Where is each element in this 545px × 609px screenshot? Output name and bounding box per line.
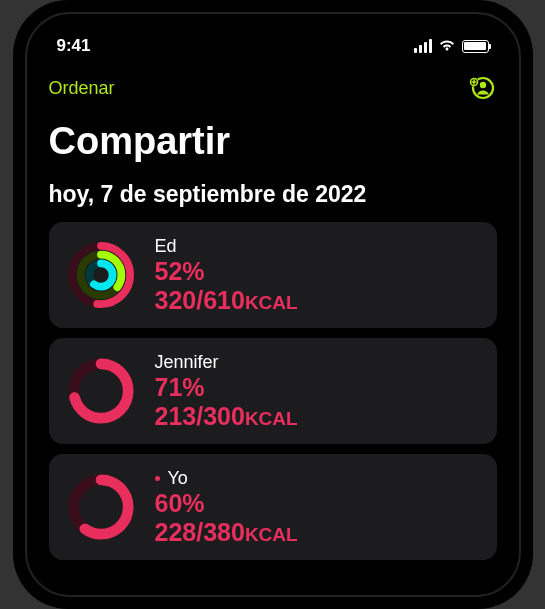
activity-name: Jennifer <box>155 352 219 373</box>
activity-name: Ed <box>155 236 177 257</box>
activity-percent: 52% <box>155 258 298 286</box>
phone-frame: 9:41 Ordenar <box>13 0 533 609</box>
activity-ring-icon <box>67 357 135 425</box>
phone-screen: 9:41 Ordenar <box>25 12 521 597</box>
cellular-signal-icon <box>414 39 432 53</box>
activity-calories: 320/610KCAL <box>155 287 298 315</box>
activity-calories: 213/300KCAL <box>155 403 298 431</box>
nav-bar: Ordenar <box>27 64 519 112</box>
activity-card[interactable]: Yo 60% 228/380KCAL <box>49 454 497 560</box>
activity-card[interactable]: Jennifer 71% 213/300KCAL <box>49 338 497 444</box>
activity-percent: 60% <box>155 490 298 518</box>
notch <box>188 14 358 46</box>
activity-info: Jennifer 71% 213/300KCAL <box>155 352 298 430</box>
add-person-icon <box>467 74 495 102</box>
activity-ring-icon <box>67 473 135 541</box>
activity-name: Yo <box>168 468 188 489</box>
me-indicator-dot <box>155 476 160 481</box>
battery-icon <box>462 40 489 53</box>
sort-button[interactable]: Ordenar <box>49 78 115 99</box>
activity-info: Yo 60% 228/380KCAL <box>155 468 298 546</box>
activity-info: Ed 52% 320/610KCAL <box>155 236 298 314</box>
activity-card[interactable]: Ed 52% 320/610KCAL <box>49 222 497 328</box>
activity-calories: 228/380KCAL <box>155 519 298 547</box>
svg-point-1 <box>479 82 485 88</box>
date-header: hoy, 7 de septiembre de 2022 <box>27 181 519 222</box>
activity-list: Ed 52% 320/610KCAL Jennifer 71% 213/300K… <box>27 222 519 560</box>
activity-ring-icon <box>67 241 135 309</box>
activity-percent: 71% <box>155 374 298 402</box>
add-person-button[interactable] <box>465 72 497 104</box>
wifi-icon <box>438 36 456 56</box>
page-title: Compartir <box>27 112 519 181</box>
